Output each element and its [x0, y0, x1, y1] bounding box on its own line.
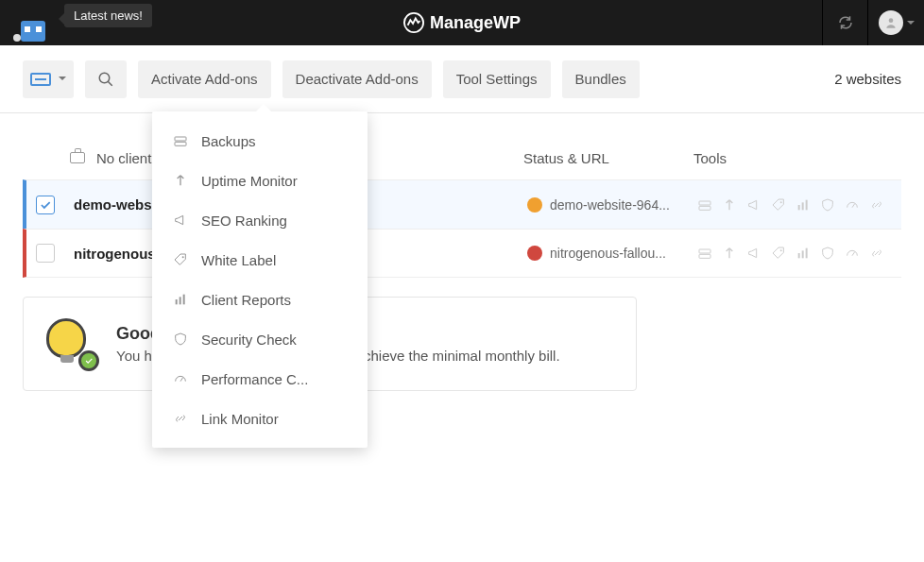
globe-icon [527, 197, 542, 213]
svg-line-7 [108, 81, 112, 86]
gauge-icon[interactable] [845, 197, 860, 213]
dropdown-item-label: Backups [201, 133, 256, 149]
user-menu[interactable] [867, 0, 924, 45]
svg-rect-9 [699, 206, 710, 210]
row-checkbox[interactable] [36, 196, 55, 214]
svg-point-5 [888, 18, 893, 23]
briefcase-icon [70, 152, 85, 163]
up-icon[interactable] [722, 246, 737, 261]
filter-button[interactable] [23, 60, 74, 98]
filter-icon [30, 73, 51, 86]
website-count: 2 websites [834, 71, 901, 87]
svg-line-28 [180, 378, 183, 382]
up-icon [173, 173, 188, 188]
mascot-icon [8, 9, 60, 47]
link-icon[interactable] [869, 197, 884, 213]
column-status[interactable]: Status & URL [523, 150, 693, 166]
svg-rect-25 [176, 299, 178, 304]
svg-rect-0 [21, 21, 45, 42]
svg-point-6 [99, 73, 110, 83]
horn-icon[interactable] [746, 197, 761, 213]
tool-icons [697, 246, 901, 261]
toolbar: Activate Add-ons Deactivate Add-ons Tool… [0, 45, 924, 113]
tool-settings-button[interactable]: Tool Settings [443, 60, 551, 98]
search-button[interactable] [85, 60, 127, 98]
top-right-controls [822, 0, 924, 45]
svg-rect-27 [183, 295, 185, 305]
dropdown-item-label: White Label [201, 252, 276, 268]
bundles-button[interactable]: Bundles [562, 60, 640, 98]
dropdown-item-label: Uptime Monitor [201, 173, 298, 189]
drive-icon[interactable] [697, 197, 712, 213]
svg-rect-8 [699, 201, 710, 205]
svg-rect-13 [806, 199, 808, 210]
drive-icon[interactable] [697, 246, 712, 261]
svg-rect-16 [699, 254, 710, 258]
site-url[interactable]: nitrogenous-fallou... [527, 246, 697, 261]
svg-rect-22 [175, 137, 186, 141]
svg-rect-12 [802, 202, 804, 210]
row-checkbox[interactable] [36, 244, 55, 263]
shield-icon[interactable] [820, 246, 835, 261]
news-bubble[interactable]: Latest news! [64, 4, 152, 27]
link-icon [173, 411, 188, 426]
svg-line-14 [852, 203, 855, 207]
svg-rect-15 [699, 249, 710, 253]
dropdown-item-link[interactable]: Link Monitor [152, 399, 368, 438]
brand-icon [403, 12, 424, 33]
chart-icon[interactable] [796, 197, 811, 213]
horn-icon[interactable] [746, 246, 761, 261]
dropdown-item-chart[interactable]: Client Reports [152, 280, 368, 319]
column-tools[interactable]: Tools [693, 150, 901, 166]
gauge-icon[interactable] [845, 246, 860, 261]
dropdown-item-label: Client Reports [201, 292, 291, 308]
svg-line-21 [852, 252, 855, 256]
svg-rect-2 [36, 26, 42, 32]
brand-logo[interactable]: ManageWP [403, 12, 521, 33]
dropdown-item-label: Performance C... [201, 371, 308, 387]
svg-rect-23 [175, 142, 186, 145]
dropdown-item-gauge[interactable]: Performance C... [152, 359, 368, 399]
dropdown-item-horn[interactable]: SEO Ranking [152, 200, 368, 240]
svg-point-10 [780, 201, 782, 203]
deactivate-addons-button[interactable]: Deactivate Add-ons [282, 60, 432, 98]
tag-icon [173, 252, 188, 267]
column-client-label: No client [96, 150, 151, 166]
dropdown-item-drive[interactable]: Backups [152, 121, 368, 161]
top-bar: Latest news! ManageWP [0, 0, 924, 45]
svg-point-3 [13, 34, 21, 42]
search-icon [97, 71, 114, 88]
tag-icon[interactable] [771, 197, 786, 213]
chart-icon[interactable] [796, 246, 811, 261]
shield-icon[interactable] [820, 197, 835, 213]
drive-icon [173, 133, 188, 148]
svg-rect-19 [802, 250, 804, 258]
dropdown-item-shield[interactable]: Security Check [152, 319, 368, 359]
svg-rect-18 [798, 253, 800, 258]
shield-icon [173, 332, 188, 347]
globe-icon [527, 246, 542, 261]
refresh-button[interactable] [822, 0, 867, 45]
dropdown-item-label: Link Monitor [201, 411, 279, 427]
up-icon[interactable] [722, 197, 737, 213]
dropdown-item-tag[interactable]: White Label [152, 240, 368, 280]
brand-text: ManageWP [430, 13, 521, 33]
activate-addons-dropdown: BackupsUptime MonitorSEO RankingWhite La… [152, 111, 368, 448]
horn-icon [173, 213, 188, 228]
content-area: No client Status & URL Tools demo-websit… [0, 113, 924, 391]
site-url[interactable]: demo-website-964... [527, 197, 697, 213]
avatar-icon [879, 10, 903, 35]
svg-rect-11 [798, 205, 800, 210]
dropdown-item-up[interactable]: Uptime Monitor [152, 161, 368, 200]
gauge-icon [173, 371, 188, 386]
svg-rect-26 [180, 297, 181, 304]
chevron-down-icon [907, 21, 915, 28]
refresh-icon [837, 14, 854, 31]
activate-addons-button[interactable]: Activate Add-ons [138, 60, 271, 98]
svg-rect-20 [806, 248, 808, 259]
tag-icon[interactable] [771, 246, 786, 261]
svg-point-17 [780, 249, 782, 251]
dropdown-item-label: Security Check [201, 332, 297, 348]
link-icon[interactable] [869, 246, 884, 261]
dropdown-item-label: SEO Ranking [201, 213, 287, 229]
